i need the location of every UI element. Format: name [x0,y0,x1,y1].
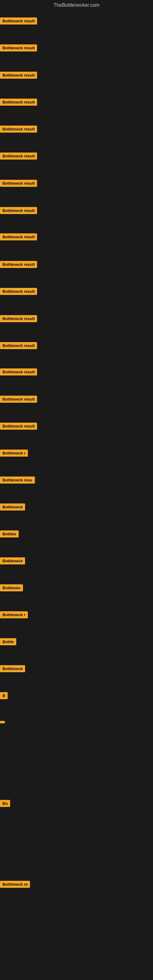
bottleneck-badge[interactable]: Bottleneck result [0,45,37,51]
bottleneck-result-item: Bottleneck [0,665,25,673]
bottleneck-result-item: Bottleneck result [0,153,37,161]
bottleneck-result-item: Bottleneck result [0,180,37,188]
bottleneck-badge[interactable]: Bottleneck result [0,18,37,24]
bottleneck-badge[interactable]: Bottle [0,638,16,645]
bottleneck-badge[interactable]: Bottlenec [0,584,23,591]
bottleneck-badge[interactable]: Bottleneck result [0,288,37,295]
bottleneck-result-item: Bo [0,800,10,808]
bottleneck-badge[interactable] [0,721,5,723]
bottleneck-result-item: Bottleneck r [0,450,28,458]
bottleneck-badge[interactable]: Bottleneck result [0,423,37,430]
bottleneck-badge[interactable]: Bottleneck re [0,881,30,888]
bottleneck-badge[interactable]: Bottleneck result [0,180,37,187]
bottleneck-result-item: Bottleneck result [0,18,37,26]
bottleneck-badge[interactable]: Bottleneck result [0,72,37,79]
bottleneck-result-item: Bottleneck result [0,72,37,80]
bottleneck-badge[interactable]: Bo [0,800,10,807]
bottleneck-result-item: Bottle [0,638,16,646]
bottleneck-result-item: Bottlenec [0,584,23,593]
bottleneck-result-item: Bottleneck result [0,423,37,431]
bottleneck-result-item: Bottleneck [0,503,25,512]
bottleneck-result-item: Bottleneck result [0,288,37,296]
bottleneck-result-item: Bottleneck [0,557,25,566]
bottleneck-result-item: Bottleneck result [0,261,37,269]
bottleneck-result-item: Bottleneck r [0,611,28,620]
bottleneck-badge[interactable]: Bottleneck result [0,233,37,240]
bottleneck-result-item: Bottleneck result [0,315,37,323]
bottleneck-badge[interactable]: Bottleneck [0,503,25,511]
bottleneck-result-item: Bottleneck result [0,99,37,107]
bottleneck-badge[interactable]: Bottlen [0,530,19,538]
bottleneck-result-item [0,719,5,725]
bottleneck-result-item: Bottleneck re [0,881,30,889]
bottleneck-badge[interactable]: Bottleneck r [0,450,28,457]
bottleneck-badge[interactable]: Bottleneck result [0,261,37,268]
bottleneck-badge[interactable]: Bottleneck result [0,207,37,214]
bottleneck-result-item: Bottleneck result [0,342,37,350]
bottleneck-result-item: Bottleneck result [0,126,37,134]
bottleneck-result-item: Bottleneck result [0,368,37,377]
bottleneck-badge[interactable]: Bottleneck result [0,368,37,375]
bottleneck-result-item: Bottleneck resu [0,477,35,485]
bottleneck-badge[interactable]: Bottleneck result [0,153,37,159]
bottleneck-result-item: Bottleneck result [0,396,37,404]
bottleneck-badge[interactable]: B [0,692,8,699]
bottleneck-badge[interactable]: Bottleneck result [0,396,37,403]
bottleneck-badge[interactable]: Bottleneck result [0,342,37,349]
bottleneck-badge[interactable]: Bottleneck [0,665,25,672]
bottleneck-result-item: B [0,692,8,700]
bottleneck-result-item: Bottleneck result [0,207,37,215]
bottleneck-badge[interactable]: Bottleneck resu [0,477,35,484]
bottleneck-badge[interactable]: Bottleneck result [0,315,37,322]
bottleneck-result-item: Bottleneck result [0,233,37,242]
bottleneck-result-item: Bottlen [0,530,19,539]
bottleneck-badge[interactable]: Bottleneck result [0,99,37,106]
bottleneck-badge[interactable]: Bottleneck result [0,126,37,133]
bottleneck-badge[interactable]: Bottleneck r [0,611,28,618]
site-title: TheBottlenecker.com [0,0,153,9]
bottleneck-result-item: Bottleneck result [0,45,37,52]
bottleneck-badge[interactable]: Bottleneck [0,557,25,565]
